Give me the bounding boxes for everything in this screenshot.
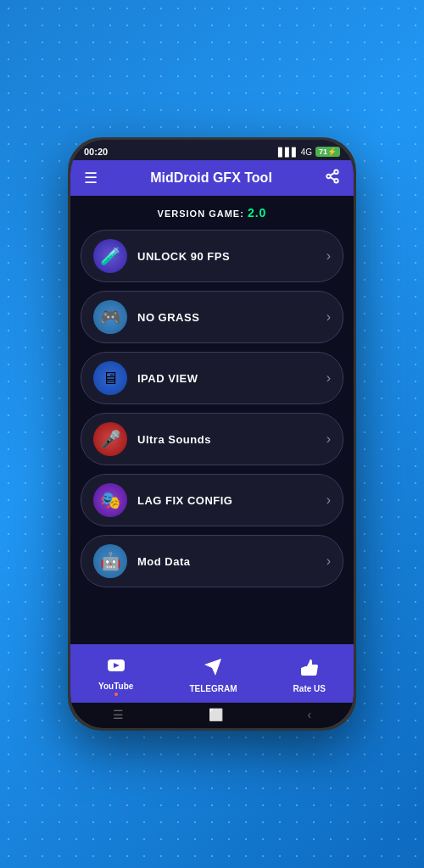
youtube-icon <box>106 654 126 680</box>
share-icon[interactable] <box>325 169 340 187</box>
menu-arrow-no-grass: › <box>326 309 331 325</box>
android-menu-btn[interactable]: ☰ <box>113 708 124 721</box>
android-nav-bar: ☰ ⬜ ‹ <box>70 703 354 728</box>
menu-item-ipad-view[interactable]: 🖥 IPAD VIEW › <box>81 352 343 404</box>
menu-icon-mod-data: 🤖 <box>93 544 127 578</box>
menu-icon-ipad-view: 🖥 <box>93 361 127 395</box>
menu-label-ipad-view: IPAD VIEW <box>137 372 326 385</box>
battery-icon: 71⚡ <box>315 147 340 157</box>
main-content: VERSION GAME: 2.0 🧪 UNLOCK 90 FPS › 🎮 NO… <box>70 196 354 644</box>
menu-icon-no-grass: 🎮 <box>93 300 127 334</box>
status-time: 00:20 <box>84 147 108 157</box>
menu-label-no-grass: NO GRASS <box>137 311 326 324</box>
menu-icon-unlock-fps: 🧪 <box>93 239 127 273</box>
app-title: MidDroid GFX Tool <box>150 170 272 186</box>
menu-list: 🧪 UNLOCK 90 FPS › 🎮 NO GRASS › 🖥 IPAD VI… <box>81 230 343 587</box>
menu-item-lag-fix[interactable]: 🎭 LAG FIX CONFIG › <box>81 474 343 526</box>
nav-item-rate[interactable]: Rate US <box>283 654 336 697</box>
menu-label-unlock-fps: UNLOCK 90 FPS <box>137 250 326 263</box>
menu-arrow-unlock-fps: › <box>326 248 331 264</box>
signal-icon: ▋▋▋ 4G <box>278 147 312 157</box>
nav-item-telegram[interactable]: TELEGRAM <box>179 654 247 697</box>
status-icons: ▋▋▋ 4G 71⚡ <box>278 147 340 157</box>
youtube-label: YouTube <box>98 682 133 691</box>
svg-point-2 <box>334 179 338 183</box>
version-value: 2.0 <box>248 206 266 220</box>
svg-point-1 <box>326 175 331 179</box>
menu-label-ultra-sounds: Ultra Sounds <box>137 433 326 446</box>
rate-icon <box>299 657 320 682</box>
menu-item-no-grass[interactable]: 🎮 NO GRASS › <box>81 291 343 343</box>
android-home-btn[interactable]: ⬜ <box>209 708 223 721</box>
menu-label-mod-data: Mod Data <box>137 555 326 568</box>
menu-label-lag-fix: LAG FIX CONFIG <box>137 494 326 507</box>
telegram-icon <box>203 657 223 682</box>
android-back-btn[interactable]: ‹ <box>307 708 311 721</box>
app-header: ☰ MidDroid GFX Tool <box>70 160 354 196</box>
hamburger-icon[interactable]: ☰ <box>84 169 98 187</box>
menu-item-unlock-fps[interactable]: 🧪 UNLOCK 90 FPS › <box>81 230 343 282</box>
menu-arrow-ultra-sounds: › <box>326 431 331 447</box>
menu-icon-ultra-sounds: 🎤 <box>93 422 127 456</box>
menu-arrow-lag-fix: › <box>326 492 331 508</box>
youtube-dot <box>114 693 118 696</box>
rate-label: Rate US <box>293 684 326 693</box>
phone-screen: 00:20 ▋▋▋ 4G 71⚡ ☰ MidDroid GFX Tool VER… <box>70 140 354 728</box>
bottom-nav: YouTube TELEGRAM Rate US <box>70 644 354 703</box>
status-bar: 00:20 ▋▋▋ 4G 71⚡ <box>70 140 354 160</box>
menu-arrow-mod-data: › <box>326 554 331 569</box>
svg-line-3 <box>330 177 334 180</box>
phone-frame: 00:20 ▋▋▋ 4G 71⚡ ☰ MidDroid GFX Tool VER… <box>68 137 356 731</box>
svg-point-0 <box>334 170 338 175</box>
svg-line-4 <box>330 173 334 175</box>
menu-icon-lag-fix: 🎭 <box>93 483 127 517</box>
version-label: VERSION GAME: 2.0 <box>81 206 343 220</box>
menu-arrow-ipad-view: › <box>326 370 331 386</box>
menu-item-ultra-sounds[interactable]: 🎤 Ultra Sounds › <box>81 413 343 465</box>
telegram-label: TELEGRAM <box>189 684 237 693</box>
nav-item-youtube[interactable]: YouTube <box>88 651 143 699</box>
menu-item-mod-data[interactable]: 🤖 Mod Data › <box>81 535 343 587</box>
